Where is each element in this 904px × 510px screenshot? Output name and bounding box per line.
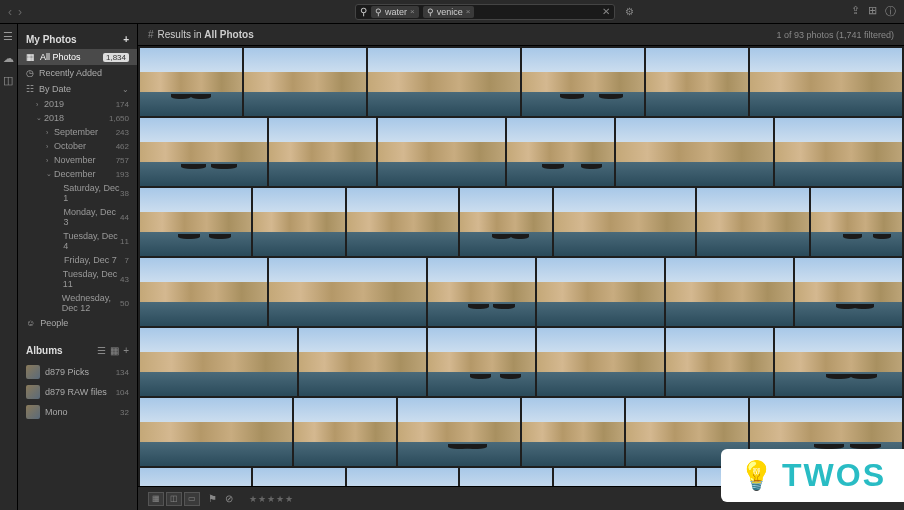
photo-thumbnail[interactable] — [811, 188, 902, 256]
photo-thumbnail[interactable] — [347, 188, 458, 256]
add-album-icon[interactable]: + — [123, 345, 129, 356]
photo-thumbnail[interactable] — [140, 188, 251, 256]
grid-icon: ▦ — [26, 52, 35, 62]
photo-thumbnail[interactable] — [140, 48, 242, 116]
tag-remove-icon[interactable]: × — [466, 7, 471, 16]
activity-bar: ☰ ☁ ◫ — [0, 24, 18, 510]
sidebar-item-people[interactable]: ☺ People — [18, 315, 137, 331]
calendar-icon: ☷ — [26, 84, 34, 94]
photo-thumbnail[interactable] — [507, 118, 614, 186]
photo-thumbnail[interactable] — [554, 188, 695, 256]
photo-thumbnail[interactable] — [368, 48, 520, 116]
results-count: 1 of 93 photos (1,741 filtered) — [776, 30, 894, 40]
photo-thumbnail[interactable] — [299, 328, 426, 396]
photo-thumbnail[interactable] — [347, 468, 458, 486]
content-area: # Results in All Photos 1 of 93 photos (… — [138, 24, 904, 510]
search-clear-icon[interactable]: ✕ — [602, 6, 610, 17]
photo-thumbnail[interactable] — [666, 258, 793, 326]
photo-thumbnail[interactable] — [750, 48, 902, 116]
tree-item[interactable]: ›October462 — [18, 139, 137, 153]
info-icon[interactable]: ⓘ — [885, 4, 896, 19]
tree-item[interactable]: ›September243 — [18, 125, 137, 139]
tree-item[interactable]: Tuesday, Dec 411 — [18, 229, 137, 253]
photo-thumbnail[interactable] — [269, 258, 426, 326]
cloud-icon[interactable]: ☁ — [3, 52, 15, 64]
photo-thumbnail[interactable] — [522, 398, 624, 466]
photo-thumbnail[interactable] — [646, 48, 748, 116]
person-icon: ☺ — [26, 318, 35, 328]
lightbulb-icon: 💡 — [739, 459, 774, 492]
nav-back-icon[interactable]: ‹ — [8, 5, 12, 19]
photo-thumbnail[interactable] — [697, 188, 808, 256]
results-header: # Results in All Photos 1 of 93 photos (… — [138, 24, 904, 46]
tree-item[interactable]: Friday, Dec 77 — [18, 253, 137, 267]
sidebar-item-by-date[interactable]: ☷ By Date ⌄ — [18, 81, 137, 97]
photo-thumbnail[interactable] — [795, 258, 902, 326]
photo-thumbnail[interactable] — [244, 48, 366, 116]
grid-view-button[interactable]: ▦ — [148, 492, 164, 506]
sidebar: My Photos + ▦ All Photos 1,834 ◷ Recentl… — [18, 24, 138, 510]
photo-thumbnail[interactable] — [775, 118, 902, 186]
tag-remove-icon[interactable]: × — [410, 7, 415, 16]
home-icon[interactable]: ☰ — [3, 30, 15, 42]
photo-thumbnail[interactable] — [554, 468, 695, 486]
photo-thumbnail[interactable] — [460, 188, 551, 256]
photo-thumbnail[interactable] — [537, 258, 664, 326]
album-item[interactable]: d879 Picks134 — [18, 362, 137, 382]
sidebar-item-recently-added[interactable]: ◷ Recently Added — [18, 65, 137, 81]
list-view-icon[interactable]: ☰ — [97, 345, 106, 356]
add-icon[interactable]: + — [123, 34, 129, 45]
sidebar-header: My Photos + — [18, 30, 137, 49]
tree-item[interactable]: Tuesday, Dec 1143 — [18, 267, 137, 291]
photo-thumbnail[interactable] — [140, 398, 292, 466]
share-icon[interactable]: ⇪ — [851, 4, 860, 19]
photo-thumbnail[interactable] — [378, 118, 505, 186]
photo-thumbnail[interactable] — [775, 328, 902, 396]
search-icon: ⚲ — [360, 6, 367, 17]
learn-icon[interactable]: ◫ — [3, 74, 15, 86]
photo-thumbnail[interactable] — [269, 118, 376, 186]
photo-thumbnail[interactable] — [140, 118, 267, 186]
clock-icon: ◷ — [26, 68, 34, 78]
nav-forward-icon[interactable]: › — [18, 5, 22, 19]
photo-grid[interactable] — [138, 46, 904, 486]
photo-thumbnail[interactable] — [460, 468, 551, 486]
photo-thumbnail[interactable] — [428, 328, 535, 396]
photo-thumbnail[interactable] — [140, 468, 251, 486]
detail-view-button[interactable]: ▭ — [184, 492, 200, 506]
tree-item[interactable]: Saturday, Dec 138 — [18, 181, 137, 205]
filter-icon[interactable]: ⚙ — [625, 6, 634, 17]
photo-thumbnail[interactable] — [140, 328, 297, 396]
search-input[interactable]: ⚲ ⚲water× ⚲venice× ✕ — [355, 4, 615, 20]
photo-thumbnail[interactable] — [537, 328, 664, 396]
square-view-button[interactable]: ◫ — [166, 492, 182, 506]
photo-thumbnail[interactable] — [294, 398, 396, 466]
tree-item[interactable]: ›2019174 — [18, 97, 137, 111]
album-item[interactable]: d879 RAW files104 — [18, 382, 137, 402]
tree-item[interactable]: Monday, Dec 344 — [18, 205, 137, 229]
photo-thumbnail[interactable] — [398, 398, 520, 466]
search-tag[interactable]: ⚲water× — [371, 6, 419, 18]
rating-stars[interactable]: ★★★★★ — [249, 494, 293, 504]
chevron-down-icon: ⌄ — [122, 85, 129, 94]
reject-icon[interactable]: ⊘ — [225, 493, 233, 504]
photo-thumbnail[interactable] — [253, 468, 344, 486]
photo-thumbnail[interactable] — [428, 258, 535, 326]
sidebar-item-all-photos[interactable]: ▦ All Photos 1,834 — [18, 49, 137, 65]
tag-icon[interactable]: ⊞ — [868, 4, 877, 19]
photo-thumbnail[interactable] — [522, 48, 644, 116]
photo-thumbnail[interactable] — [616, 118, 773, 186]
photo-thumbnail[interactable] — [666, 328, 773, 396]
album-item[interactable]: Mono32 — [18, 402, 137, 422]
tree-item[interactable]: ⌄20181,650 — [18, 111, 137, 125]
tree-item[interactable]: ⌄December193 — [18, 167, 137, 181]
flag-icon[interactable]: ⚑ — [208, 493, 217, 504]
photo-thumbnail[interactable] — [253, 188, 344, 256]
tree-item[interactable]: Wednesday, Dec 1250 — [18, 291, 137, 315]
photo-thumbnail[interactable] — [140, 258, 267, 326]
albums-header: Albums ☰ ▦ + — [18, 339, 137, 362]
grid-view-icon[interactable]: ▦ — [110, 345, 119, 356]
tree-item[interactable]: ›November757 — [18, 153, 137, 167]
search-tag[interactable]: ⚲venice× — [423, 6, 475, 18]
top-bar: ‹ › ⚲ ⚲water× ⚲venice× ✕ ⚙ ⇪ ⊞ ⓘ — [0, 0, 904, 24]
